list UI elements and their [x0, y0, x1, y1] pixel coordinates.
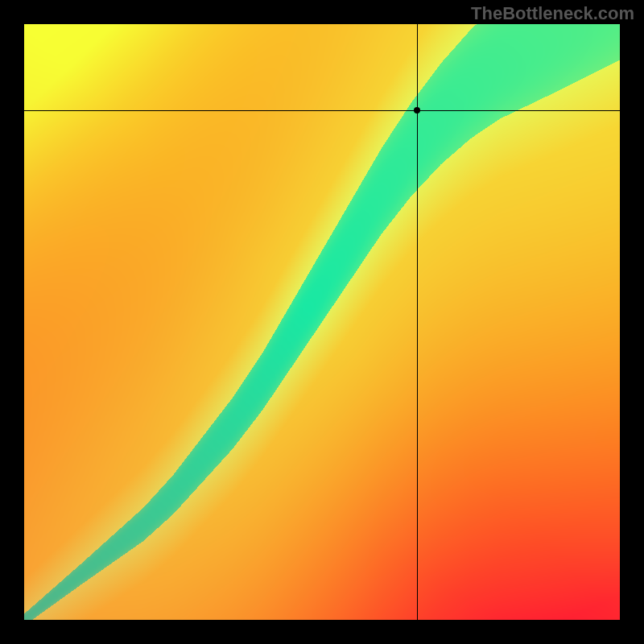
watermark-text: TheBottleneck.com: [471, 3, 634, 24]
heatmap-canvas: [24, 24, 620, 620]
heatmap-plot: [24, 24, 620, 620]
crosshair-vertical: [417, 24, 418, 620]
selected-point-marker: [414, 107, 420, 114]
crosshair-horizontal: [24, 110, 620, 111]
